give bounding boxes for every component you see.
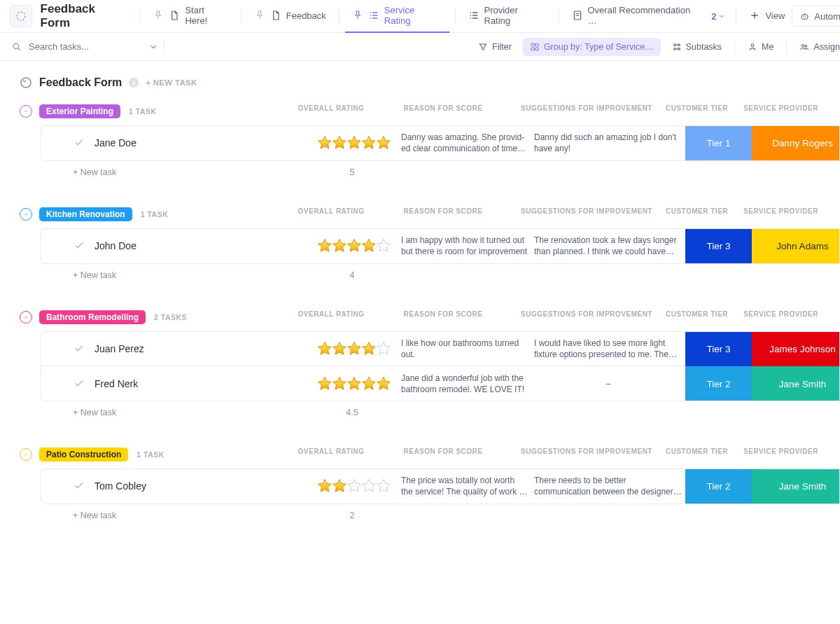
collapse-toggle[interactable] [20,311,32,324]
page-title: Feedback Form [41,2,127,30]
list-body: Feedback Form i + NEW TASK Exterior Pain… [0,61,840,578]
col-overall[interactable]: OVERALL RATING [286,310,377,324]
check-icon[interactable] [74,240,85,251]
task-row[interactable]: Tom Cobley The price was totally not wor… [41,469,839,504]
collapse-toggle[interactable] [20,105,32,118]
suggestions-cell[interactable]: The renovation took a few days longer th… [531,235,685,257]
col-tier[interactable]: CUSTOMER TIER [664,448,730,462]
group-pill[interactable]: Bathroom Remodelling [39,310,146,324]
task-row[interactable]: Jane Doe Danny was amazing. She provid­e… [41,125,839,160]
tab-start-here[interactable]: Start Here! [146,0,234,33]
col-tier[interactable]: CUSTOMER TIER [664,207,730,221]
task-row[interactable]: Juan Perez I like how our bathrooms turn… [41,331,839,366]
star-icon [331,340,346,357]
add-view-button[interactable]: View [742,0,792,33]
service-provider-cell[interactable]: John Adams [752,228,840,263]
customer-tier-cell[interactable]: Tier 3 [685,331,752,366]
new-task-button[interactable]: + New task [41,167,307,177]
col-reason[interactable]: REASON FOR SCORE [377,448,510,462]
customer-tier-cell[interactable]: Tier 2 [685,366,752,401]
col-tier[interactable]: CUSTOMER TIER [664,310,730,324]
divider [139,8,140,24]
reason-cell[interactable]: I like how our bathrooms turned out. [398,338,531,360]
col-provider[interactable]: SERVICE PROVIDER [730,207,832,221]
collapse-toggle[interactable] [20,448,32,461]
customer-tier-cell[interactable]: Tier 3 [685,228,752,263]
automate-button[interactable]: Automate [792,6,840,27]
col-provider[interactable]: SERVICE PROVIDER [730,448,832,462]
star-icon [375,340,390,357]
check-icon[interactable] [74,378,85,389]
suggestions-cell[interactable]: There needs to be better communication b… [531,475,685,497]
rating-stars[interactable] [307,340,398,357]
me-button[interactable]: Me [741,33,780,61]
customer-tier-cell[interactable]: Tier 1 [685,125,752,160]
chevron-down-icon[interactable] [148,42,158,52]
collapse-toggle[interactable] [20,208,32,221]
top-tab-bar: Feedback Form Start Here! Feedback Servi… [0,0,840,33]
new-task-button[interactable]: + New task [41,408,307,417]
new-task-button[interactable]: + New task [41,511,307,520]
reason-cell[interactable]: Danny was amazing. She provid­ed clear c… [398,132,531,154]
service-provider-cell[interactable]: James Johnson [752,331,840,366]
rating-stars[interactable] [307,237,398,254]
col-provider[interactable]: SERVICE PROVIDER [730,104,832,118]
col-suggestions[interactable]: SUGGESTIONS FOR IMPROVEMENT [510,448,664,462]
suggestions-cell[interactable]: I would have liked to see more light fix… [531,338,685,360]
col-overall[interactable]: OVERALL RATING [286,104,377,118]
reason-cell[interactable]: I am happy with how it turned out but th… [398,235,531,257]
star-icon [360,375,375,392]
group-task-count: 1 TASK [129,107,157,116]
check-icon[interactable] [74,343,85,354]
group-pill[interactable]: Patio Construction [39,448,128,462]
task-row[interactable]: John Doe I am happy with how it turned o… [41,228,839,263]
group-pill[interactable]: Exterior Painting [39,104,120,118]
col-overall[interactable]: OVERALL RATING [286,207,377,221]
rating-stars[interactable] [307,478,398,494]
group-rows: Tom Cobley The price was totally not wor… [41,469,840,504]
col-reason[interactable]: REASON FOR SCORE [377,310,510,324]
col-tier[interactable]: CUSTOMER TIER [664,104,730,118]
group-by-button[interactable]: Group by: Type of Service… [523,38,661,56]
new-task-button[interactable]: + NEW TASK [146,78,197,87]
new-task-button[interactable]: + New task [41,270,307,280]
group-pill[interactable]: Kitchen Renovation [39,207,132,221]
service-provider-cell[interactable]: Danny Rogers [752,125,840,160]
filter-button[interactable]: Filter [471,33,519,61]
tab-service-rating[interactable]: Service Rating [345,0,449,33]
more-tabs-button[interactable]: 2 [707,11,730,22]
list-icon[interactable] [10,5,32,27]
col-suggestions[interactable]: SUGGESTIONS FOR IMPROVEMENT [510,207,664,221]
tab-overall-recommendation[interactable]: Overall Recommendation … [565,0,708,33]
customer-tier-cell[interactable]: Tier 2 [685,469,752,504]
service-provider-cell[interactable]: Jane Smith [752,469,840,504]
rating-stars[interactable] [307,134,398,151]
assign-button[interactable]: Assign [792,33,840,61]
col-reason[interactable]: REASON FOR SCORE [377,207,510,221]
col-suggestions[interactable]: SUGGESTIONS FOR IMPROVEMENT [510,310,664,324]
col-suggestions[interactable]: SUGGESTIONS FOR IMPROVEMENT [510,104,664,118]
plus-icon [749,10,760,21]
rating-stars[interactable] [307,375,398,392]
reason-cell[interactable]: The price was totally not worth the serv… [398,475,531,497]
group-icon [530,42,540,52]
star-icon [346,134,360,151]
service-provider-cell[interactable]: Jane Smith [752,366,840,401]
suggestions-cell[interactable]: Danny did such an amazing job I don't ha… [531,132,685,154]
search-box[interactable] [11,41,158,53]
check-icon[interactable] [74,480,85,492]
subtasks-button[interactable]: Subtasks [665,33,729,61]
task-row[interactable]: Fred Nerk Jane did a wonderful job with … [41,366,839,401]
tab-provider-rating[interactable]: Provider Rating [461,0,553,33]
col-reason[interactable]: REASON FOR SCORE [377,104,510,118]
col-overall[interactable]: OVERALL RATING [286,448,377,462]
col-provider[interactable]: SERVICE PROVIDER [730,310,832,324]
search-input[interactable] [27,41,125,53]
check-icon[interactable] [74,137,85,148]
tab-feedback[interactable]: Feedback [247,0,333,33]
reason-cell[interactable]: Jane did a wonderful job with the bathro… [398,373,531,395]
doc-icon [169,10,180,21]
suggestions-cell[interactable]: – [531,378,685,389]
info-icon[interactable]: i [129,78,139,88]
status-circle-icon[interactable] [20,76,32,89]
